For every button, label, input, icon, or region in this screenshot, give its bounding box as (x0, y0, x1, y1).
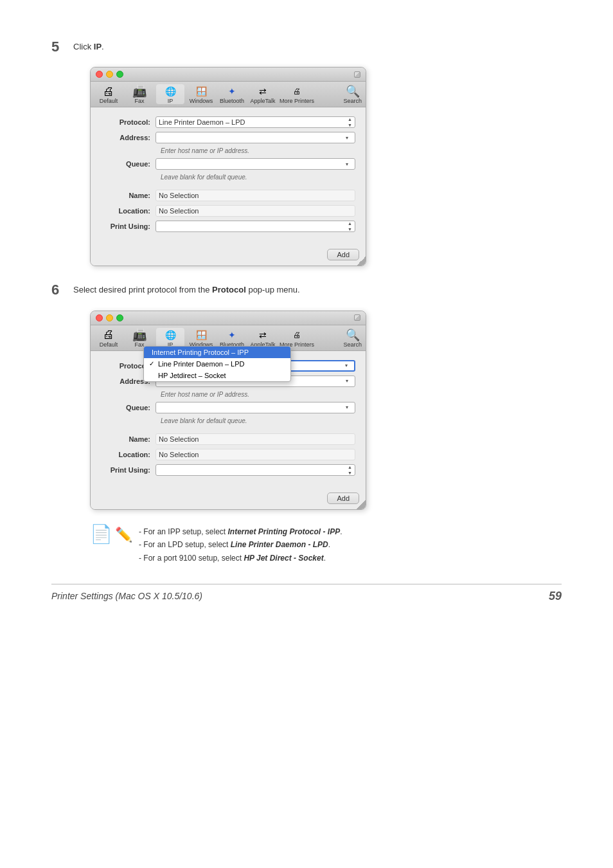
default-icon-2: 🖨 (100, 328, 118, 342)
queue-row: Queue: ▾ (101, 158, 355, 170)
note-lpd-bold: Line Printer Daemon - LPD (231, 540, 328, 549)
resize-corner-2[interactable] (357, 500, 366, 509)
note-document-icon: 📄 (90, 525, 112, 543)
toolbar2-appletalk[interactable]: ⇄ AppleTalk (249, 328, 277, 348)
toolbar2-fax-label: Fax (134, 342, 144, 348)
queue-row-2: Queue: ▾ (101, 402, 355, 413)
step5-bold: IP (94, 42, 102, 51)
toolbar-ip-label: IP (168, 98, 173, 104)
print-using-stepper-2[interactable]: ▲ ▼ (348, 464, 352, 476)
name-value: No Selection (155, 190, 355, 201)
toolbar-fax[interactable]: 📠 Fax (125, 84, 154, 104)
protocol-dropdown: Internet Printing Protocol – IPP Line Pr… (143, 346, 291, 382)
search-icon-2: 🔍 (344, 328, 362, 342)
maximize-button-1[interactable] (116, 71, 123, 78)
printer-dialog-1: 🖨 Default 📠 Fax 🌐 IP 🪟 Windows ✦ Bluetoo… (90, 67, 366, 266)
print-using-row: Print Using: ▲ ▼ (101, 221, 355, 232)
address-dropdown-arrow-2[interactable]: ▾ (346, 378, 352, 384)
close-button-1[interactable] (96, 71, 103, 78)
note-socket-bold: HP Jet Direct - Socket (244, 554, 323, 563)
close-button-2[interactable] (96, 314, 103, 321)
queue-dropdown-arrow[interactable]: ▾ (346, 161, 352, 167)
note-line3: - For a port 9100 setup, select HP Jet D… (139, 554, 326, 563)
protocol-dropdown-arrow-2[interactable]: ▾ (345, 363, 351, 368)
toolbar2-fax[interactable]: 📠 Fax (125, 328, 154, 348)
more-printers-icon-2: 🖨 (288, 328, 306, 342)
toolbar-appletalk-label: AppleTalk (250, 98, 275, 104)
protocol-label: Protocol: (101, 118, 155, 126)
step5-text: Click IP. (73, 39, 104, 51)
search-area: 🔍 Search (343, 84, 362, 104)
resize-indicator-2 (354, 314, 360, 321)
print-using-label-2: Print Using: (101, 466, 155, 474)
print-using-label: Print Using: (101, 222, 155, 230)
address-hint: Enter host name or IP address. (161, 147, 355, 154)
dropdown-item-lpd[interactable]: Line Printer Daemon – LPD (144, 358, 290, 370)
queue-control[interactable]: ▾ (155, 158, 355, 170)
note-text: - For an IPP setup, select Internet Prin… (139, 525, 342, 565)
print-using-stepper[interactable]: ▲ ▼ (348, 221, 352, 232)
toolbar-default-label: Default (100, 98, 118, 104)
toolbar2-more-printers[interactable]: 🖨 More Printers (280, 328, 314, 348)
appletalk-icon: ⇄ (254, 84, 272, 98)
location-row: Location: No Selection (101, 205, 355, 217)
toolbar-appletalk[interactable]: ⇄ AppleTalk (249, 84, 277, 104)
printer-dialog-2: 🖨 Default 📠 Fax 🌐 IP 🪟 Windows ✦ Bluetoo… (90, 311, 366, 510)
protocol-control[interactable]: Line Printer Daemon – LPD ▲ ▼ (155, 116, 355, 128)
step5-number: 5 (51, 39, 67, 55)
page-number: 59 (549, 590, 562, 603)
protocol-stepper[interactable]: ▲ ▼ (348, 116, 352, 128)
toolbar2-default[interactable]: 🖨 Default (94, 328, 123, 348)
search-label: Search (343, 98, 362, 104)
add-button-1[interactable]: Add (327, 249, 359, 260)
protocol-row: Protocol: Line Printer Daemon – LPD ▲ ▼ (101, 116, 355, 128)
toolbar2-windows[interactable]: 🪟 Windows (187, 328, 215, 348)
toolbar2-ip[interactable]: 🌐 IP (156, 328, 184, 348)
toolbar-bluetooth[interactable]: ✦ Bluetooth (218, 84, 246, 104)
location-label: Location: (101, 207, 155, 215)
queue-dropdown-arrow-2[interactable]: ▾ (346, 404, 352, 410)
minimize-button-2[interactable] (106, 314, 113, 321)
location-label-2: Location: (101, 451, 155, 458)
toolbar-bluetooth-label: Bluetooth (220, 98, 244, 104)
protocol-value: Line Printer Daemon – LPD (159, 118, 245, 126)
toolbar-ip[interactable]: 🌐 IP (156, 84, 184, 104)
toolbar-windows[interactable]: 🪟 Windows (187, 84, 215, 104)
stepper-up[interactable]: ▲ (348, 116, 352, 122)
dropdown-item-ipp[interactable]: Internet Printing Protocol – IPP (144, 347, 290, 358)
add-button-2[interactable]: Add (327, 493, 359, 504)
print-using-stepper-up-2[interactable]: ▲ (348, 464, 352, 470)
dropdown-item-socket[interactable]: HP Jetdirect – Socket (144, 370, 290, 381)
toolbar-fax-label: Fax (134, 98, 144, 104)
stepper-down[interactable]: ▼ (348, 122, 352, 128)
fax-icon: 📠 (130, 84, 148, 98)
print-using-stepper-down-2[interactable]: ▼ (348, 470, 352, 476)
toolbar-more-printers[interactable]: 🖨 More Printers (280, 84, 314, 104)
appletalk-icon-2: ⇄ (254, 328, 272, 342)
print-using-stepper-up[interactable]: ▲ (348, 221, 352, 226)
print-using-stepper-down[interactable]: ▼ (348, 226, 352, 232)
resize-corner-1[interactable] (357, 257, 366, 266)
minimize-button-1[interactable] (106, 71, 113, 78)
bluetooth-icon-2: ✦ (223, 328, 241, 342)
step5: 5 Click IP. (51, 39, 562, 55)
titlebar-1 (91, 68, 366, 82)
toolbar-windows-label: Windows (190, 98, 213, 104)
print-using-control[interactable]: ▲ ▼ (155, 221, 355, 232)
maximize-button-2[interactable] (116, 314, 123, 321)
address-hint-2: Enter host name or IP address. (161, 391, 355, 398)
note-line1: - For an IPP setup, select Internet Prin… (139, 527, 342, 536)
ip-icon-2: 🌐 (161, 328, 179, 342)
toolbar-1: 🖨 Default 📠 Fax 🌐 IP 🪟 Windows ✦ Bluetoo… (91, 82, 366, 107)
name-value-2: No Selection (155, 433, 355, 445)
address-control[interactable]: ▾ (155, 132, 355, 143)
note-ipp-bold: Internet Printing Protocol - IPP (228, 527, 341, 536)
default-icon: 🖨 (100, 84, 118, 98)
address-dropdown-arrow[interactable]: ▾ (346, 135, 352, 141)
windows-icon-2: 🪟 (192, 328, 210, 342)
queue-control-2[interactable]: ▾ (155, 402, 355, 413)
toolbar2-bluetooth[interactable]: ✦ Bluetooth (218, 328, 246, 348)
print-using-control-2[interactable]: ▲ ▼ (155, 464, 355, 476)
toolbar-default[interactable]: 🖨 Default (94, 84, 123, 104)
queue-hint: Leave blank for default queue. (161, 174, 355, 181)
